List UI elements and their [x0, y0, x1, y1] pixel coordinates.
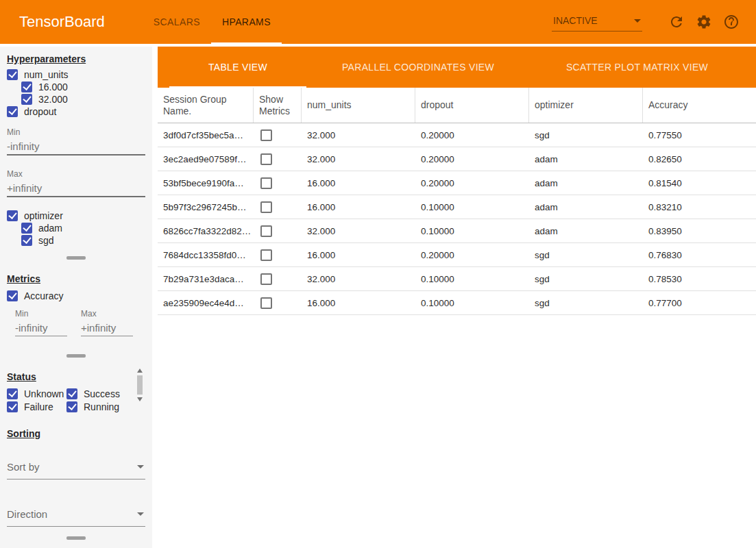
col-dropout[interactable]: dropout: [415, 88, 529, 123]
show-metrics-cell: [254, 273, 302, 285]
scroll-up-icon[interactable]: [137, 369, 143, 373]
checkbox-icon[interactable]: [21, 94, 32, 105]
checkbox-item-16-000[interactable]: 16.000: [21, 81, 145, 93]
show-metrics-checkbox[interactable]: [260, 201, 272, 213]
hyperparameters-heading: Hyperparameters: [7, 53, 145, 64]
optimizer-cell: adam: [529, 178, 643, 188]
checkbox-item-running[interactable]: Running: [66, 401, 145, 413]
table-row[interactable]: 3df0d7cf35bec5a… 32.000 0.20000 sgd 0.77…: [158, 123, 756, 147]
show-metrics-checkbox[interactable]: [260, 297, 272, 309]
gear-icon[interactable]: [696, 14, 712, 30]
dropout-cell: 0.10000: [415, 202, 529, 212]
accuracy-cell: 0.83210: [643, 202, 756, 212]
show-metrics-checkbox[interactable]: [260, 249, 272, 261]
accuracy-cell: 0.81540: [643, 178, 756, 188]
checkbox-icon[interactable]: [21, 82, 32, 92]
num-units-cell: 32.000: [302, 226, 415, 236]
table-row[interactable]: 53bf5bece9190fa… 16.000 0.20000 adam 0.8…: [158, 171, 756, 195]
session-group-name-cell: 53bf5bece9190fa…: [158, 178, 254, 188]
tab-scalars[interactable]: SCALARS: [143, 0, 211, 44]
checkbox-item-accuracy[interactable]: Accuracy: [7, 290, 145, 302]
checkbox-item-sgd[interactable]: sgd: [21, 234, 145, 247]
metric-min-input[interactable]: -infinity: [15, 319, 67, 336]
resize-handle[interactable]: [66, 256, 86, 260]
checkbox-item-num-units[interactable]: num_units: [7, 68, 145, 81]
checkbox-item-failure[interactable]: Failure: [7, 401, 66, 413]
show-metrics-cell: [254, 249, 302, 261]
col-show-metrics[interactable]: Show Metrics: [254, 88, 302, 123]
optimizer-cell: adam: [529, 202, 643, 212]
hparam-max-input[interactable]: +infinity: [7, 179, 145, 197]
status-list: UnknownSuccessFailureRunning: [7, 388, 145, 413]
checkbox-icon[interactable]: [66, 401, 77, 412]
help-icon[interactable]: [723, 14, 740, 30]
show-metrics-checkbox[interactable]: [260, 153, 272, 165]
scrollbar-thumb[interactable]: [137, 375, 143, 395]
direction-dropdown[interactable]: Direction: [7, 504, 145, 527]
optimizer-cell: sgd: [529, 298, 643, 308]
checkbox-icon[interactable]: [7, 290, 18, 301]
section-metrics: Metrics Accuracy Min -infinity Max +infi…: [0, 266, 152, 336]
show-metrics-checkbox[interactable]: [260, 273, 272, 285]
checkbox-item-adam[interactable]: adam: [21, 222, 145, 234]
checkbox-item-success[interactable]: Success: [66, 388, 145, 400]
checkbox-icon[interactable]: [21, 235, 32, 246]
sort-by-dropdown[interactable]: Sort by: [7, 457, 145, 480]
checkbox-label: num_units: [24, 69, 69, 80]
table-row[interactable]: ae235909ec4e4d… 16.000 0.10000 sgd 0.777…: [158, 291, 756, 315]
checkbox-icon[interactable]: [7, 388, 18, 399]
checkbox-label: 16.000: [38, 82, 68, 92]
metric-max-input[interactable]: +infinity: [81, 319, 133, 336]
checkbox-label: sgd: [38, 235, 54, 246]
session-group-name-cell: 5b97f3c2967245b…: [158, 202, 254, 212]
col-optimizer[interactable]: optimizer: [529, 88, 643, 123]
show-metrics-checkbox[interactable]: [260, 177, 272, 189]
tab-table-view[interactable]: TABLE VIEW: [158, 47, 318, 88]
checkbox-icon[interactable]: [21, 223, 32, 234]
table-row[interactable]: 7684dcc13358fd0… 16.000 0.20000 sgd 0.76…: [158, 243, 756, 267]
hyperparameters-list: num_units16.00032.000dropout: [7, 68, 145, 118]
table-row[interactable]: 5b97f3c2967245b… 16.000 0.10000 adam 0.8…: [158, 195, 756, 219]
checkbox-label: Running: [84, 401, 119, 412]
show-metrics-checkbox[interactable]: [260, 129, 272, 141]
checkbox-icon[interactable]: [7, 210, 18, 221]
table-row[interactable]: 3ec2aed9e07589f… 32.000 0.20000 adam 0.8…: [158, 147, 756, 171]
main-pane: TABLE VIEW PARALLEL COORDINATES VIEW SCA…: [158, 47, 756, 548]
tab-scatter-plot-matrix-view[interactable]: SCATTER PLOT MATRIX VIEW: [518, 47, 756, 88]
reload-status-dropdown[interactable]: INACTIVE: [552, 12, 642, 32]
session-group-name-cell: 6826cc7fa3322d82…: [158, 226, 254, 236]
header-actions: INACTIVE: [552, 12, 740, 32]
show-metrics-checkbox[interactable]: [260, 225, 272, 237]
status-scrollbar[interactable]: [136, 369, 143, 401]
checkbox-icon[interactable]: [7, 106, 18, 117]
table-row[interactable]: 6826cc7fa3322d82… 32.000 0.10000 adam 0.…: [158, 219, 756, 243]
num-units-cell: 16.000: [302, 178, 415, 188]
checkbox-item-32-000[interactable]: 32.000: [21, 93, 145, 105]
num-units-cell: 16.000: [302, 298, 415, 308]
hparam-min-input[interactable]: -infinity: [7, 137, 145, 155]
checkbox-label: dropout: [24, 106, 56, 117]
tab-parallel-coordinates-view[interactable]: PARALLEL COORDINATES VIEW: [318, 47, 518, 88]
col-accuracy[interactable]: Accuracy: [643, 88, 756, 123]
direction-value: Direction: [7, 508, 47, 520]
optimizer-cell: adam: [529, 154, 643, 164]
col-session-group-name[interactable]: Session Group Name.: [158, 88, 254, 123]
num-units-cell: 32.000: [302, 154, 415, 164]
checkbox-label: Success: [84, 388, 120, 399]
tab-hparams[interactable]: HPARAMS: [211, 0, 282, 44]
chevron-down-icon: [634, 19, 641, 23]
resize-handle[interactable]: [66, 536, 86, 540]
col-num-units[interactable]: num_units: [302, 88, 415, 123]
scroll-down-icon[interactable]: [137, 397, 143, 401]
checkbox-icon[interactable]: [7, 401, 18, 412]
show-metrics-cell: [254, 225, 302, 237]
refresh-icon[interactable]: [668, 14, 685, 30]
sort-by-value: Sort by: [7, 461, 40, 473]
checkbox-icon[interactable]: [66, 388, 77, 399]
checkbox-icon[interactable]: [7, 69, 18, 80]
checkbox-item-optimizer[interactable]: optimizer: [7, 210, 145, 222]
checkbox-item-dropout[interactable]: dropout: [7, 105, 145, 118]
resize-handle[interactable]: [66, 354, 86, 358]
checkbox-item-unknown[interactable]: Unknown: [7, 388, 66, 400]
table-row[interactable]: 7b29a731e3daca… 32.000 0.10000 sgd 0.785…: [158, 267, 756, 291]
